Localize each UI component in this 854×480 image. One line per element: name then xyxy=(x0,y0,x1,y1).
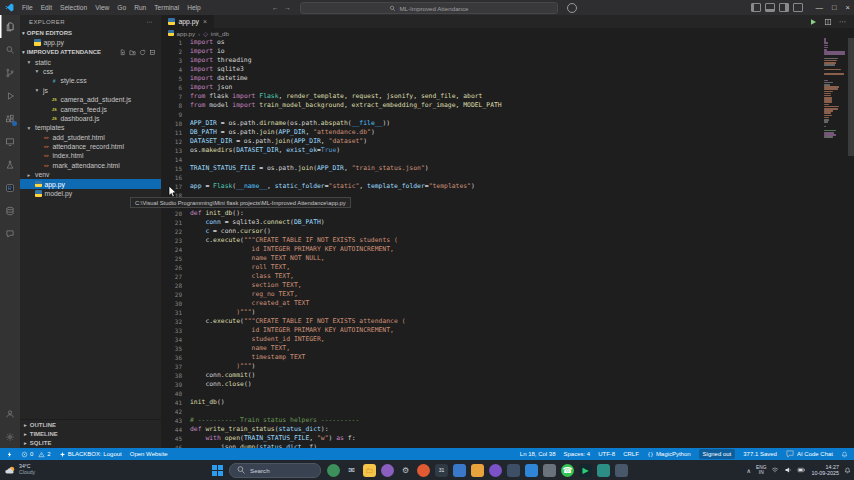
taskbar-app-whatsapp[interactable]: ☎ xyxy=(561,464,574,477)
open-editors-header[interactable]: ▾ OPEN EDITORS xyxy=(20,28,161,38)
code-line[interactable]: 35 name TEXT, xyxy=(161,344,820,353)
minimize-button[interactable]: — xyxy=(816,3,824,12)
taskbar-app-phone-link[interactable] xyxy=(615,464,628,477)
activitybar-chat-icon[interactable] xyxy=(0,222,20,245)
editor-scrollbar[interactable] xyxy=(848,38,854,448)
tree-item-index-html[interactable]: <>index.html xyxy=(20,151,161,160)
notification-bell-icon[interactable] xyxy=(844,467,851,474)
taskbar-app-calendar[interactable]: 31 xyxy=(435,464,448,477)
clock[interactable]: 14:27 10-09-2025 xyxy=(811,464,839,476)
toggle-secondary-sidebar-icon[interactable] xyxy=(779,3,789,12)
code-line[interactable]: 15TRAIN_STATUS_FILE = os.path.join(APP_D… xyxy=(161,164,820,173)
tree-item-venv[interactable]: ▸venv xyxy=(20,170,161,179)
nav-back-icon[interactable]: ← xyxy=(272,4,279,11)
menu-selection[interactable]: Selection xyxy=(56,0,91,15)
code-line[interactable]: 44def write_train_status(status_dict): xyxy=(161,425,820,434)
code-line[interactable]: 13os.makedirs(DATASET_DIR, exist_ok=True… xyxy=(161,146,820,155)
code-line[interactable]: 39 conn.close() xyxy=(161,380,820,389)
wifi-icon[interactable] xyxy=(771,466,779,474)
taskbar-search[interactable]: Search xyxy=(229,463,321,478)
activitybar-testing-icon[interactable] xyxy=(0,153,20,176)
activitybar-search-icon[interactable] xyxy=(0,38,20,61)
taskbar-app-file-explorer[interactable]: 🗀 xyxy=(363,464,376,477)
code-line[interactable]: 34 student_id INTEGER, xyxy=(161,335,820,344)
minimap[interactable] xyxy=(824,38,846,448)
code-line[interactable]: 14 xyxy=(161,155,820,164)
status-signed-out[interactable]: Signed out xyxy=(699,449,736,459)
code-line[interactable]: 29 reg_no TEXT, xyxy=(161,290,820,299)
code-line[interactable]: 4import sqlite3 xyxy=(161,65,820,74)
activitybar-database-icon[interactable] xyxy=(0,199,20,222)
command-center-search[interactable]: ML-Improved Attendance xyxy=(300,2,558,14)
taskbar-app-mail[interactable]: ✉ xyxy=(345,464,358,477)
tree-item-style-css[interactable]: #style.css xyxy=(20,76,161,85)
taskbar-app-snipping-tool[interactable] xyxy=(507,464,520,477)
folder-arrow-icon[interactable]: ▾ xyxy=(26,125,32,131)
status-ai-code-chat[interactable]: AI Code Chat xyxy=(785,449,833,459)
run-python-file-icon[interactable] xyxy=(809,18,817,26)
split-editor-icon[interactable] xyxy=(824,18,832,26)
activitybar-extensions-icon[interactable] xyxy=(0,107,20,130)
code-line[interactable]: 42 xyxy=(161,407,820,416)
new-file-icon[interactable] xyxy=(119,49,126,56)
tree-item-app-py[interactable]: app.py xyxy=(20,179,161,188)
menu-run[interactable]: Run xyxy=(130,0,150,15)
code-line[interactable]: 45 with open(TRAIN_STATUS_FILE, "w") as … xyxy=(161,434,820,443)
activitybar-account-icon[interactable] xyxy=(0,402,20,425)
taskbar-app-monitor-app[interactable] xyxy=(453,464,466,477)
battery-icon[interactable] xyxy=(797,466,806,474)
menu-edit[interactable]: Edit xyxy=(37,0,56,15)
code-line[interactable]: 1import os xyxy=(161,38,820,47)
code-line[interactable]: 5import datetime xyxy=(161,74,820,83)
menu-view[interactable]: View xyxy=(91,0,113,15)
code-line[interactable]: 17app = Flask(__name__, static_folder="s… xyxy=(161,182,820,191)
open-website-button[interactable]: Open Website xyxy=(130,451,168,457)
sidebar-section-timeline[interactable]: ▸TIMELINE xyxy=(20,429,161,438)
code-line[interactable]: 38 conn.commit() xyxy=(161,371,820,380)
code-line[interactable]: 30 created_at TEXT xyxy=(161,299,820,308)
editor-more-actions-icon[interactable]: ⋯ xyxy=(839,18,846,26)
menu-help[interactable]: Help xyxy=(183,0,205,15)
status-bell[interactable] xyxy=(841,451,848,458)
code-line[interactable]: 3import threading xyxy=(161,56,820,65)
tree-item-mark-attendance-html[interactable]: <>mark_attendance.html xyxy=(20,161,161,170)
taskbar-app-settings[interactable]: ⚙ xyxy=(399,464,412,477)
code-line[interactable]: 9 xyxy=(161,110,820,119)
folder-arrow-icon[interactable]: ▾ xyxy=(34,68,40,74)
taskbar-app-meet-app[interactable] xyxy=(327,464,340,477)
activitybar-explorer-icon[interactable] xyxy=(0,15,20,38)
activitybar-blackbox-ai-icon[interactable] xyxy=(0,176,20,199)
copilot-icon[interactable] xyxy=(567,3,577,13)
code-line[interactable]: 8from model import train_model_backgroun… xyxy=(161,101,820,110)
taskbar-app-capcut[interactable] xyxy=(525,464,538,477)
code-line[interactable]: 41init_db() xyxy=(161,398,820,407)
tree-item-static[interactable]: ▾static xyxy=(20,57,161,66)
maximize-button[interactable]: □ xyxy=(832,3,837,12)
code-editor[interactable]: 1import os2import io3import threading4im… xyxy=(161,38,820,448)
code-line[interactable]: 43# ---------- Train status helpers ----… xyxy=(161,416,820,425)
breadcrumb[interactable]: app.py › ◇ init_db xyxy=(161,28,854,38)
code-line[interactable]: 26 roll TEXT, xyxy=(161,263,820,272)
taskbar-app-recorder-app[interactable] xyxy=(597,464,610,477)
status-utf-8[interactable]: UTF-8 xyxy=(598,451,615,457)
start-button[interactable] xyxy=(212,465,223,476)
tree-item-css[interactable]: ▾css xyxy=(20,67,161,76)
language-indicator[interactable]: ENGIN xyxy=(756,465,766,475)
code-line[interactable]: 10APP_DIR = os.path.dirname(os.path.absp… xyxy=(161,119,820,128)
code-line[interactable]: 7from flask import Flask, render_templat… xyxy=(161,92,820,101)
code-line[interactable]: 24 id INTEGER PRIMARY KEY AUTOINCREMENT, xyxy=(161,245,820,254)
status-spaces-4[interactable]: Spaces: 4 xyxy=(564,451,591,457)
status-ln-18-col-38[interactable]: Ln 18, Col 38 xyxy=(520,451,556,457)
problems-indicator[interactable]: 0 2 xyxy=(21,451,51,458)
code-line[interactable]: 28 section TEXT, xyxy=(161,281,820,290)
sidebar-section-sqlite[interactable]: ▸SQLITE xyxy=(20,439,161,448)
menu-terminal[interactable]: Terminal xyxy=(150,0,183,15)
refresh-icon[interactable] xyxy=(139,49,146,56)
blackbox-quick-icon[interactable] xyxy=(6,451,13,458)
nav-forward-icon[interactable]: → xyxy=(284,4,291,11)
volume-icon[interactable] xyxy=(784,466,792,474)
code-line[interactable]: 20def init_db(): xyxy=(161,209,820,218)
code-line[interactable]: 37 )""") xyxy=(161,362,820,371)
activitybar-run-debug-icon[interactable] xyxy=(0,84,20,107)
activitybar-source-control-icon[interactable] xyxy=(0,61,20,84)
